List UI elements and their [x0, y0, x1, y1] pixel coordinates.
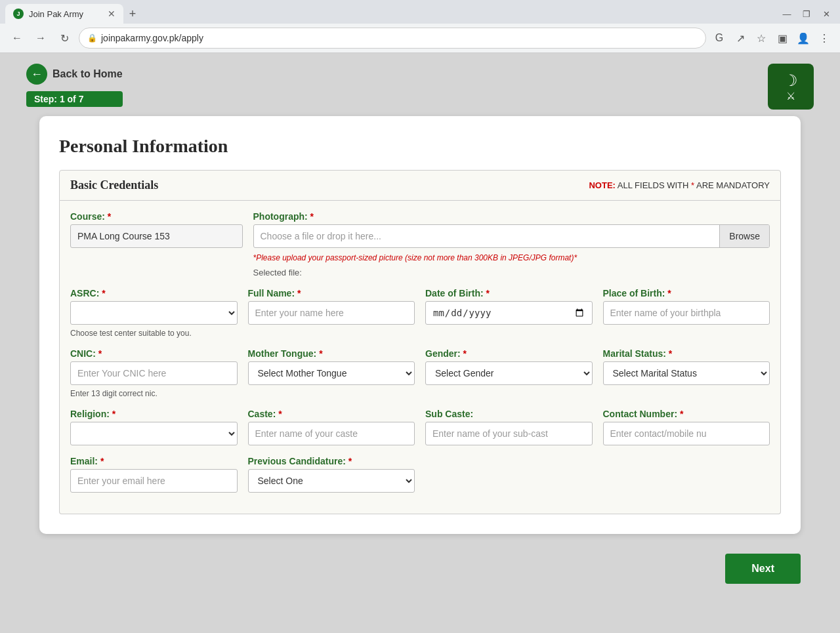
- tab-favicon: J: [13, 9, 24, 19]
- cnic-input[interactable]: [70, 361, 238, 385]
- religion-label: Religion: *: [70, 409, 238, 419]
- bookmark-icon[interactable]: ☆: [753, 30, 769, 46]
- forward-nav-button[interactable]: →: [32, 29, 50, 47]
- fullname-label: Full Name: *: [248, 288, 415, 298]
- close-button[interactable]: ✕: [818, 5, 835, 22]
- section-body: Course: * Photograph: * Choose a file or…: [59, 201, 781, 514]
- form-container: Personal Information Basic Credentials N…: [39, 116, 801, 534]
- note-suffix: ARE MANDATORY: [696, 180, 770, 190]
- google-icon[interactable]: G: [711, 30, 727, 46]
- new-tab-button[interactable]: +: [123, 5, 142, 23]
- bottom-bar: Next: [0, 547, 840, 597]
- marital-status-label: Marital Status: *: [603, 348, 770, 359]
- tab-close-button[interactable]: ✕: [108, 9, 116, 19]
- photograph-label: Photograph: *: [253, 211, 770, 222]
- mandatory-note: NOTE: ALL FIELDS WITH * ARE MANDATORY: [589, 180, 770, 190]
- mother-tongue-label: Mother Tongue: *: [248, 348, 415, 359]
- form-title: Personal Information: [59, 136, 781, 157]
- step-badge: Step: 1 of 7: [26, 91, 123, 107]
- menu-icon[interactable]: ⋮: [816, 30, 832, 46]
- asrc-group: ASRC: * Choose test center suitable to y…: [70, 288, 238, 338]
- mother-tongue-select[interactable]: Select Mother Tongue Urdu Punjabi Sindhi…: [248, 361, 415, 385]
- caste-input[interactable]: [248, 422, 415, 445]
- swords-icon: ⚔: [786, 90, 795, 102]
- minimize-button[interactable]: —: [778, 5, 795, 22]
- gender-label: Gender: *: [425, 348, 593, 359]
- sub-caste-group: Sub Caste:: [425, 409, 593, 445]
- prev-candidature-label: Previous Candidature: *: [248, 456, 415, 466]
- page-header: ← Back to Home Step: 1 of 7 ☽ ⚔: [0, 53, 840, 116]
- contact-group: Contact Number: *: [603, 409, 770, 445]
- cnic-helper: Enter 13 digit correct nic.: [70, 389, 238, 398]
- email-label: Email: *: [70, 456, 238, 466]
- next-button[interactable]: Next: [725, 554, 801, 584]
- asterisk-icon: *: [691, 180, 694, 190]
- note-body: ALL FIELDS WITH: [618, 180, 691, 190]
- asrc-label: ASRC: *: [70, 288, 238, 298]
- pob-group: Place of Birth: *: [603, 288, 770, 325]
- back-arrow-icon: ←: [26, 64, 47, 85]
- section-header: Basic Credentials NOTE: ALL FIELDS WITH …: [59, 170, 781, 201]
- form-row-4: Religion: * Islam Christianity Hinduism …: [70, 409, 770, 445]
- form-row-3: CNIC: * Enter 13 digit correct nic. Moth…: [70, 348, 770, 398]
- form-row-5: Email: * Previous Candidature: * Select …: [70, 456, 770, 493]
- browse-button[interactable]: Browse: [719, 225, 769, 247]
- active-tab[interactable]: J Join Pak Army ✕: [5, 4, 123, 24]
- caste-group: Caste: *: [248, 409, 415, 445]
- cnic-group: CNIC: * Enter 13 digit correct nic.: [70, 348, 238, 398]
- section-title: Basic Credentials: [70, 178, 158, 192]
- window-controls: — ❐ ✕: [778, 5, 835, 22]
- contact-input[interactable]: [603, 422, 770, 445]
- gender-group: Gender: * Select Gender Male Female: [425, 348, 593, 385]
- course-group: Course: *: [70, 211, 243, 248]
- back-to-home-button[interactable]: ← Back to Home: [26, 64, 123, 85]
- reload-button[interactable]: ↻: [55, 29, 74, 47]
- file-placeholder: Choose a file or drop it here...: [254, 227, 720, 245]
- share-icon[interactable]: ↗: [732, 30, 748, 46]
- crescent-icon: ☽: [784, 71, 798, 90]
- caste-label: Caste: *: [248, 409, 415, 419]
- form-row-1: Course: * Photograph: * Choose a file or…: [70, 211, 770, 277]
- marital-status-select[interactable]: Select Marital Status Single Married: [603, 361, 770, 385]
- prev-candidature-group: Previous Candidature: * Select One Yes N…: [248, 456, 415, 493]
- gender-select[interactable]: Select Gender Male Female: [425, 361, 593, 385]
- dob-input[interactable]: [425, 301, 593, 325]
- selected-file-label: Selected file:: [253, 268, 770, 277]
- fullname-group: Full Name: *: [248, 288, 415, 325]
- marital-status-group: Marital Status: * Select Marital Status …: [603, 348, 770, 385]
- pob-label: Place of Birth: *: [603, 288, 770, 298]
- tab-bar: J Join Pak Army ✕ + — ❐ ✕: [0, 0, 840, 24]
- religion-select[interactable]: Islam Christianity Hinduism: [70, 422, 238, 445]
- pob-input[interactable]: [603, 301, 770, 325]
- mother-tongue-group: Mother Tongue: * Select Mother Tongue Ur…: [248, 348, 415, 385]
- dob-label: Date of Birth: *: [425, 288, 593, 298]
- url-text: joinpakarmy.gov.pk/apply: [101, 33, 203, 43]
- prev-candidature-select[interactable]: Select One Yes No: [248, 469, 415, 493]
- sub-caste-label: Sub Caste:: [425, 409, 593, 419]
- course-label: Course: *: [70, 211, 243, 222]
- lock-icon: 🔒: [87, 33, 97, 43]
- cnic-label: CNIC: *: [70, 348, 238, 359]
- toolbar-icons: G ↗ ☆ ▣ 👤 ⋮: [711, 30, 832, 46]
- page-background: ← Back to Home Step: 1 of 7 ☽ ⚔ Personal…: [0, 53, 840, 633]
- file-input-row[interactable]: Choose a file or drop it here... Browse: [253, 224, 770, 248]
- religion-group: Religion: * Islam Christianity Hinduism: [70, 409, 238, 445]
- photo-note: *Please upload your passport-sized pictu…: [253, 253, 770, 262]
- form-row-2: ASRC: * Choose test center suitable to y…: [70, 288, 770, 338]
- url-bar[interactable]: 🔒 joinpakarmy.gov.pk/apply: [79, 28, 706, 49]
- contact-label: Contact Number: *: [603, 409, 770, 419]
- extension-icon[interactable]: ▣: [774, 30, 790, 46]
- profile-icon[interactable]: 👤: [795, 30, 811, 46]
- back-nav-button[interactable]: ←: [8, 29, 26, 47]
- address-bar: ← → ↻ 🔒 joinpakarmy.gov.pk/apply G ↗ ☆ ▣…: [0, 24, 840, 52]
- army-logo: ☽ ⚔: [768, 64, 814, 110]
- course-input[interactable]: [70, 224, 243, 248]
- restore-button[interactable]: ❐: [798, 5, 815, 22]
- asrc-select[interactable]: [70, 301, 238, 325]
- back-label: Back to Home: [52, 68, 123, 80]
- fullname-input[interactable]: [248, 301, 415, 325]
- tab-label: Join Pak Army: [29, 9, 83, 19]
- asrc-helper: Choose test center suitable to you.: [70, 329, 238, 338]
- email-input[interactable]: [70, 469, 238, 493]
- sub-caste-input[interactable]: [425, 422, 593, 445]
